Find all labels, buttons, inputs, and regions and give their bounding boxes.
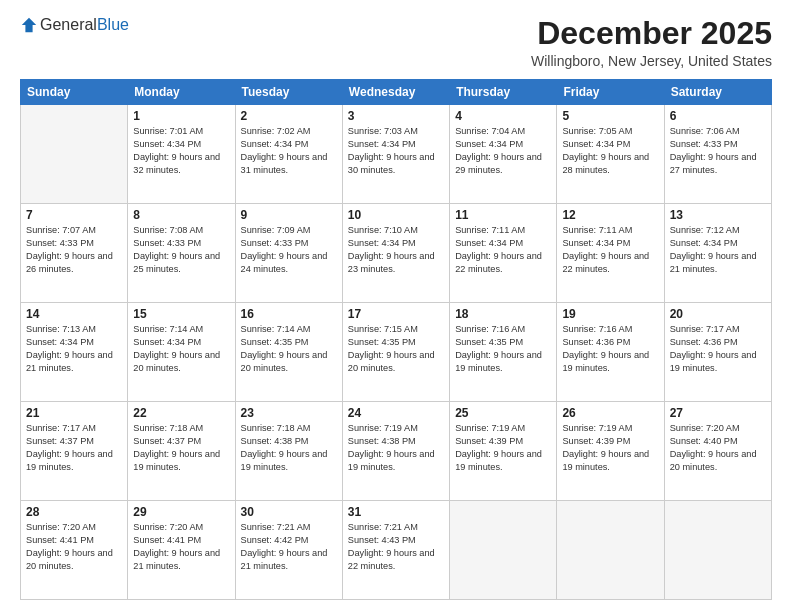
calendar-cell: 9 Sunrise: 7:09 AMSunset: 4:33 PMDayligh…	[235, 204, 342, 303]
calendar-week-5: 28 Sunrise: 7:20 AMSunset: 4:41 PMDaylig…	[21, 501, 772, 600]
calendar-week-2: 7 Sunrise: 7:07 AMSunset: 4:33 PMDayligh…	[21, 204, 772, 303]
day-info: Sunrise: 7:16 AMSunset: 4:35 PMDaylight:…	[455, 323, 551, 375]
calendar-cell: 29 Sunrise: 7:20 AMSunset: 4:41 PMDaylig…	[128, 501, 235, 600]
day-info: Sunrise: 7:09 AMSunset: 4:33 PMDaylight:…	[241, 224, 337, 276]
calendar-cell: 5 Sunrise: 7:05 AMSunset: 4:34 PMDayligh…	[557, 105, 664, 204]
day-header-row: SundayMondayTuesdayWednesdayThursdayFrid…	[21, 80, 772, 105]
day-info: Sunrise: 7:13 AMSunset: 4:34 PMDaylight:…	[26, 323, 122, 375]
day-info: Sunrise: 7:01 AMSunset: 4:34 PMDaylight:…	[133, 125, 229, 177]
day-header-saturday: Saturday	[664, 80, 771, 105]
day-info: Sunrise: 7:02 AMSunset: 4:34 PMDaylight:…	[241, 125, 337, 177]
day-number: 10	[348, 208, 444, 222]
day-info: Sunrise: 7:19 AMSunset: 4:39 PMDaylight:…	[455, 422, 551, 474]
calendar-week-3: 14 Sunrise: 7:13 AMSunset: 4:34 PMDaylig…	[21, 303, 772, 402]
calendar-cell: 6 Sunrise: 7:06 AMSunset: 4:33 PMDayligh…	[664, 105, 771, 204]
calendar-week-4: 21 Sunrise: 7:17 AMSunset: 4:37 PMDaylig…	[21, 402, 772, 501]
day-info: Sunrise: 7:17 AMSunset: 4:36 PMDaylight:…	[670, 323, 766, 375]
calendar-cell: 8 Sunrise: 7:08 AMSunset: 4:33 PMDayligh…	[128, 204, 235, 303]
calendar-cell: 3 Sunrise: 7:03 AMSunset: 4:34 PMDayligh…	[342, 105, 449, 204]
title-block: December 2025 Willingboro, New Jersey, U…	[531, 16, 772, 69]
day-header-tuesday: Tuesday	[235, 80, 342, 105]
logo-icon	[20, 16, 38, 34]
calendar-table: SundayMondayTuesdayWednesdayThursdayFrid…	[20, 79, 772, 600]
day-number: 25	[455, 406, 551, 420]
day-info: Sunrise: 7:17 AMSunset: 4:37 PMDaylight:…	[26, 422, 122, 474]
day-info: Sunrise: 7:18 AMSunset: 4:37 PMDaylight:…	[133, 422, 229, 474]
day-info: Sunrise: 7:10 AMSunset: 4:34 PMDaylight:…	[348, 224, 444, 276]
day-number: 15	[133, 307, 229, 321]
day-number: 2	[241, 109, 337, 123]
day-info: Sunrise: 7:19 AMSunset: 4:39 PMDaylight:…	[562, 422, 658, 474]
calendar-cell: 22 Sunrise: 7:18 AMSunset: 4:37 PMDaylig…	[128, 402, 235, 501]
calendar-cell	[21, 105, 128, 204]
day-number: 31	[348, 505, 444, 519]
header: GeneralBlue December 2025 Willingboro, N…	[20, 16, 772, 69]
day-info: Sunrise: 7:20 AMSunset: 4:41 PMDaylight:…	[133, 521, 229, 573]
calendar-cell: 2 Sunrise: 7:02 AMSunset: 4:34 PMDayligh…	[235, 105, 342, 204]
day-info: Sunrise: 7:20 AMSunset: 4:41 PMDaylight:…	[26, 521, 122, 573]
day-number: 11	[455, 208, 551, 222]
svg-marker-0	[22, 18, 36, 32]
day-info: Sunrise: 7:03 AMSunset: 4:34 PMDaylight:…	[348, 125, 444, 177]
day-number: 3	[348, 109, 444, 123]
calendar-cell: 16 Sunrise: 7:14 AMSunset: 4:35 PMDaylig…	[235, 303, 342, 402]
calendar-cell: 1 Sunrise: 7:01 AMSunset: 4:34 PMDayligh…	[128, 105, 235, 204]
day-header-wednesday: Wednesday	[342, 80, 449, 105]
calendar-cell: 28 Sunrise: 7:20 AMSunset: 4:41 PMDaylig…	[21, 501, 128, 600]
calendar-cell: 24 Sunrise: 7:19 AMSunset: 4:38 PMDaylig…	[342, 402, 449, 501]
day-info: Sunrise: 7:14 AMSunset: 4:35 PMDaylight:…	[241, 323, 337, 375]
day-info: Sunrise: 7:08 AMSunset: 4:33 PMDaylight:…	[133, 224, 229, 276]
day-number: 23	[241, 406, 337, 420]
calendar-cell: 23 Sunrise: 7:18 AMSunset: 4:38 PMDaylig…	[235, 402, 342, 501]
calendar-cell: 10 Sunrise: 7:10 AMSunset: 4:34 PMDaylig…	[342, 204, 449, 303]
calendar-cell: 7 Sunrise: 7:07 AMSunset: 4:33 PMDayligh…	[21, 204, 128, 303]
day-info: Sunrise: 7:06 AMSunset: 4:33 PMDaylight:…	[670, 125, 766, 177]
calendar-cell	[557, 501, 664, 600]
day-number: 20	[670, 307, 766, 321]
day-header-thursday: Thursday	[450, 80, 557, 105]
calendar-cell: 21 Sunrise: 7:17 AMSunset: 4:37 PMDaylig…	[21, 402, 128, 501]
calendar-cell: 26 Sunrise: 7:19 AMSunset: 4:39 PMDaylig…	[557, 402, 664, 501]
calendar-cell: 25 Sunrise: 7:19 AMSunset: 4:39 PMDaylig…	[450, 402, 557, 501]
calendar-cell: 4 Sunrise: 7:04 AMSunset: 4:34 PMDayligh…	[450, 105, 557, 204]
day-header-sunday: Sunday	[21, 80, 128, 105]
day-number: 14	[26, 307, 122, 321]
day-info: Sunrise: 7:11 AMSunset: 4:34 PMDaylight:…	[562, 224, 658, 276]
day-number: 9	[241, 208, 337, 222]
day-info: Sunrise: 7:15 AMSunset: 4:35 PMDaylight:…	[348, 323, 444, 375]
day-number: 16	[241, 307, 337, 321]
day-info: Sunrise: 7:21 AMSunset: 4:43 PMDaylight:…	[348, 521, 444, 573]
calendar-cell: 13 Sunrise: 7:12 AMSunset: 4:34 PMDaylig…	[664, 204, 771, 303]
logo-blue: Blue	[97, 16, 129, 33]
calendar-cell: 17 Sunrise: 7:15 AMSunset: 4:35 PMDaylig…	[342, 303, 449, 402]
day-number: 6	[670, 109, 766, 123]
day-number: 28	[26, 505, 122, 519]
day-number: 13	[670, 208, 766, 222]
calendar-cell: 20 Sunrise: 7:17 AMSunset: 4:36 PMDaylig…	[664, 303, 771, 402]
calendar-week-1: 1 Sunrise: 7:01 AMSunset: 4:34 PMDayligh…	[21, 105, 772, 204]
calendar-cell: 30 Sunrise: 7:21 AMSunset: 4:42 PMDaylig…	[235, 501, 342, 600]
day-number: 1	[133, 109, 229, 123]
calendar-cell: 12 Sunrise: 7:11 AMSunset: 4:34 PMDaylig…	[557, 204, 664, 303]
day-info: Sunrise: 7:05 AMSunset: 4:34 PMDaylight:…	[562, 125, 658, 177]
logo-general: General	[40, 16, 97, 33]
calendar-cell: 18 Sunrise: 7:16 AMSunset: 4:35 PMDaylig…	[450, 303, 557, 402]
day-info: Sunrise: 7:21 AMSunset: 4:42 PMDaylight:…	[241, 521, 337, 573]
day-number: 29	[133, 505, 229, 519]
calendar-cell: 31 Sunrise: 7:21 AMSunset: 4:43 PMDaylig…	[342, 501, 449, 600]
day-number: 12	[562, 208, 658, 222]
calendar-cell: 11 Sunrise: 7:11 AMSunset: 4:34 PMDaylig…	[450, 204, 557, 303]
day-number: 24	[348, 406, 444, 420]
day-number: 21	[26, 406, 122, 420]
day-info: Sunrise: 7:20 AMSunset: 4:40 PMDaylight:…	[670, 422, 766, 474]
day-number: 30	[241, 505, 337, 519]
page: GeneralBlue December 2025 Willingboro, N…	[0, 0, 792, 612]
day-info: Sunrise: 7:07 AMSunset: 4:33 PMDaylight:…	[26, 224, 122, 276]
day-info: Sunrise: 7:12 AMSunset: 4:34 PMDaylight:…	[670, 224, 766, 276]
day-header-monday: Monday	[128, 80, 235, 105]
calendar-cell: 14 Sunrise: 7:13 AMSunset: 4:34 PMDaylig…	[21, 303, 128, 402]
day-header-friday: Friday	[557, 80, 664, 105]
day-number: 4	[455, 109, 551, 123]
location: Willingboro, New Jersey, United States	[531, 53, 772, 69]
day-number: 22	[133, 406, 229, 420]
